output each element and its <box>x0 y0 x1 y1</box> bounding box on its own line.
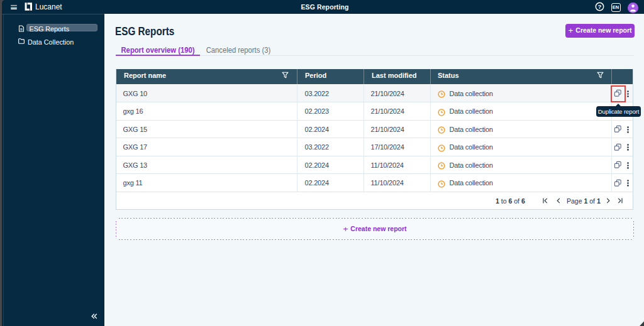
svg-text:?: ? <box>598 3 602 10</box>
